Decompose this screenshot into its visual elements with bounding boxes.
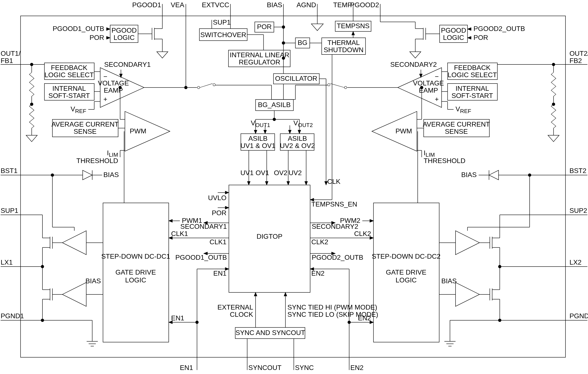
svg-text:BIAS: BIAS xyxy=(85,277,101,285)
svg-text:OUT1/: OUT1/ xyxy=(1,50,21,57)
svg-text:POR: POR xyxy=(212,209,227,217)
svg-text:DIGTOP: DIGTOP xyxy=(257,232,283,240)
svg-text:SHUTDOWN: SHUTDOWN xyxy=(324,46,364,54)
svg-text:VEA: VEA xyxy=(171,1,184,9)
svg-text:BG: BG xyxy=(298,39,307,46)
svg-text:SYNC: SYNC xyxy=(295,364,314,372)
svg-text:PGOOD: PGOOD xyxy=(111,27,137,34)
svg-text:+: + xyxy=(103,95,107,103)
svg-point-275 xyxy=(498,265,501,268)
svg-text:SYNCOUT: SYNCOUT xyxy=(248,364,282,372)
svg-text:AGND: AGND xyxy=(296,1,316,9)
right-pins: OUT2/ FB2 BST2 SUP2 LX2 PGND2 xyxy=(566,50,588,320)
svg-text:PGOOD1_OUTB: PGOOD1_OUTB xyxy=(53,25,104,32)
svg-point-190 xyxy=(41,319,44,322)
svg-text:PGOOD2: PGOOD2 xyxy=(350,1,379,9)
svg-text:PGOOD2_OUTB: PGOOD2_OUTB xyxy=(473,25,525,32)
svg-text:LOGIC: LOGIC xyxy=(114,34,135,41)
svg-point-225 xyxy=(420,86,423,89)
svg-text:EN2: EN2 xyxy=(350,364,364,372)
svg-text:PWM: PWM xyxy=(396,127,412,135)
svg-text:POR: POR xyxy=(90,34,104,41)
svg-text:AVERAGE CURRENT: AVERAGE CURRENT xyxy=(423,121,490,128)
svg-text:SECONDARY2: SECONDARY2 xyxy=(312,222,358,230)
svg-text:EXTERNAL: EXTERNAL xyxy=(217,303,253,311)
svg-text:−: − xyxy=(435,73,439,80)
svg-text:TEMP: TEMP xyxy=(333,1,352,9)
svg-text:EN2: EN2 xyxy=(311,270,325,277)
svg-text:BIAS: BIAS xyxy=(461,171,477,179)
svg-text:SUP1: SUP1 xyxy=(1,207,18,214)
svg-text:GATE DRIVE: GATE DRIVE xyxy=(386,268,426,276)
svg-text:FEEDBACK: FEEDBACK xyxy=(51,64,87,71)
svg-text:INTERNAL: INTERNAL xyxy=(456,85,489,92)
svg-text:EN1: EN1 xyxy=(213,270,227,277)
svg-text:SECONDARY1: SECONDARY1 xyxy=(180,222,227,230)
svg-text:INTERNAL LINEAR: INTERNAL LINEAR xyxy=(230,51,289,59)
svg-text:TEMPSNS_EN: TEMPSNS_EN xyxy=(311,200,357,208)
svg-text:PWM: PWM xyxy=(130,127,146,135)
svg-text:SYNC TIED HI (PWM MODE): SYNC TIED HI (PWM MODE) xyxy=(287,303,377,311)
svg-point-191 xyxy=(41,265,44,268)
svg-text:LX2: LX2 xyxy=(569,258,582,266)
svg-text:ASILB: ASILB xyxy=(248,135,267,142)
svg-text:GATE DRIVE: GATE DRIVE xyxy=(116,268,156,276)
svg-text:SWITCHOVER: SWITCHOVER xyxy=(200,31,246,39)
svg-text:THRESHOLD: THRESHOLD xyxy=(76,157,118,164)
svg-text:+: + xyxy=(435,95,439,103)
svg-text:AVERAGE CURRENT: AVERAGE CURRENT xyxy=(51,121,119,128)
top-pins: PGOOD1 VEA EXTVCC BIAS AGND TEMP PGOOD2 xyxy=(132,1,380,16)
svg-text:CLOCK: CLOCK xyxy=(230,311,253,318)
svg-point-163 xyxy=(196,321,199,324)
svg-text:EN1: EN1 xyxy=(180,364,193,372)
svg-text:PGOOD1_OUTB: PGOOD1_OUTB xyxy=(175,253,227,261)
svg-point-70 xyxy=(282,56,285,60)
svg-text:UV1 & OV1: UV1 & OV1 xyxy=(241,142,275,150)
svg-text:LOGIC: LOGIC xyxy=(125,276,146,284)
svg-text:UV1: UV1 xyxy=(241,169,254,177)
svg-text:CLK1: CLK1 xyxy=(171,230,188,237)
svg-text:THRESHOLD: THRESHOLD xyxy=(424,157,465,164)
svg-text:SENSE: SENSE xyxy=(74,128,97,135)
svg-text:SENSE: SENSE xyxy=(445,128,468,135)
svg-text:FB2: FB2 xyxy=(569,57,582,64)
svg-text:FB1: FB1 xyxy=(1,57,13,64)
svg-text:LOGIC SELECT: LOGIC SELECT xyxy=(448,71,497,79)
svg-text:INTERNAL: INTERNAL xyxy=(52,85,86,92)
block-diagram: PGOOD1 VEA EXTVCC BIAS AGND TEMP PGOOD2 … xyxy=(0,0,588,374)
svg-text:BIAS: BIAS xyxy=(267,1,282,9)
svg-text:BG_ASILB: BG_ASILB xyxy=(258,101,291,109)
svg-text:CLK1: CLK1 xyxy=(210,238,227,246)
svg-text:UV2 & OV2: UV2 & OV2 xyxy=(280,142,315,150)
svg-text:CLK2: CLK2 xyxy=(354,230,371,237)
svg-text:SOFT-START: SOFT-START xyxy=(452,92,493,100)
svg-text:BST2: BST2 xyxy=(569,167,587,174)
svg-text:PGND1: PGND1 xyxy=(1,312,24,320)
svg-text:ASILB: ASILB xyxy=(288,135,307,142)
svg-point-247 xyxy=(347,321,351,324)
svg-text:SOFT-START: SOFT-START xyxy=(48,92,90,100)
svg-text:FEEDBACK: FEEDBACK xyxy=(454,64,491,71)
svg-text:PGOOD1: PGOOD1 xyxy=(132,1,161,9)
svg-text:OUT2/: OUT2/ xyxy=(569,50,588,57)
svg-text:BIAS: BIAS xyxy=(441,277,457,285)
svg-text:−: − xyxy=(103,73,107,80)
svg-text:SYNC TIED LO (SKIP MODE): SYNC TIED LO (SKIP MODE) xyxy=(287,311,378,318)
svg-text:SECONDARY2: SECONDARY2 xyxy=(390,61,437,68)
svg-text:SYNC AND SYNCOUT: SYNC AND SYNCOUT xyxy=(235,329,305,336)
svg-text:POR: POR xyxy=(257,23,272,30)
svg-text:PGOOD: PGOOD xyxy=(441,27,466,34)
svg-text:PGOOD2_OUTB: PGOOD2_OUTB xyxy=(312,253,363,261)
svg-text:REGULATOR: REGULATOR xyxy=(239,58,280,66)
bottom-pins: EN1 SYNCOUT SYNC EN2 xyxy=(180,357,363,372)
svg-text:UV2: UV2 xyxy=(289,169,302,177)
svg-text:BIAS: BIAS xyxy=(103,171,119,179)
svg-text:VOLTAGE: VOLTAGE xyxy=(413,79,444,87)
svg-text:OSCILLATOR: OSCILLATOR xyxy=(275,75,317,82)
svg-text:PGND2: PGND2 xyxy=(569,312,588,320)
svg-text:EN1: EN1 xyxy=(171,314,184,322)
svg-text:STEP-DOWN DC-DC1: STEP-DOWN DC-DC1 xyxy=(101,253,170,260)
svg-text:CLK2: CLK2 xyxy=(311,238,328,246)
svg-text:LX1: LX1 xyxy=(1,258,13,266)
svg-text:OV1: OV1 xyxy=(256,169,269,177)
